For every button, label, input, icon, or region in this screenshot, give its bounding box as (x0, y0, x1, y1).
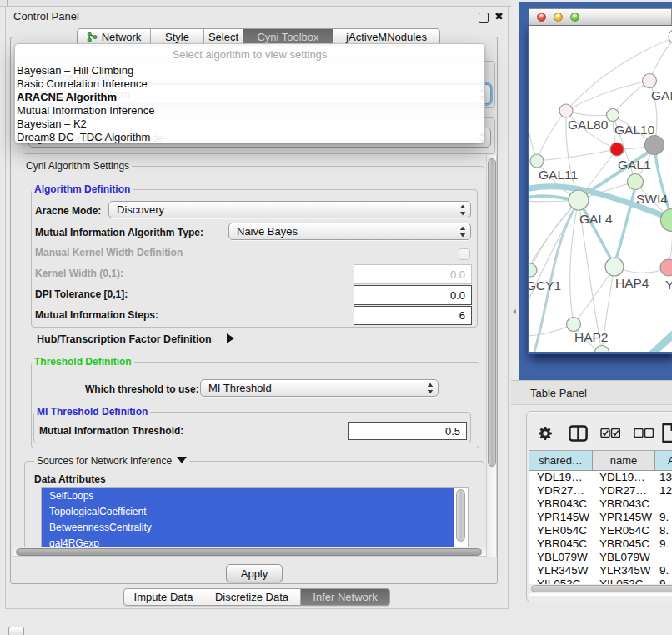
graph-node-gal1[interactable] (610, 142, 624, 156)
table-cell[interactable]: 13 (659, 471, 672, 484)
close-icon[interactable]: ✖ (494, 10, 504, 22)
table-cell[interactable]: YBR043C (599, 498, 649, 511)
column-header[interactable]: Avera… (655, 450, 672, 471)
table-horizontal-scrollbar[interactable] (529, 584, 672, 593)
graph-node-gal11[interactable] (530, 154, 544, 168)
which-threshold-combobox[interactable]: MI Threshold (200, 379, 439, 397)
threshold-definition-group: Threshold Definition Which threshold to … (31, 362, 479, 448)
dropdown-item[interactable]: Dream8 DC_TDC Algorithm (15, 130, 484, 143)
graph-node-label: HAP2 (574, 330, 609, 344)
scrollbar-thumb[interactable] (531, 585, 672, 592)
table-cell[interactable]: YBL079W (599, 551, 650, 564)
cyni-algorithm-settings-group: Cyni Algorithm Settings Algorithm Defini… (23, 166, 484, 547)
graph-node[interactable] (669, 29, 672, 44)
settings-horizontal-scrollbar[interactable] (13, 547, 494, 557)
column-header[interactable]: name (593, 450, 655, 471)
attribute-item[interactable]: BetweennessCentrality (42, 519, 454, 535)
apply-button[interactable]: Apply (226, 564, 283, 582)
scrollbar-thumb[interactable] (488, 158, 496, 467)
mi-threshold-field[interactable]: 0.5 (348, 422, 467, 440)
mi-algorithm-type-combobox[interactable]: Naive Bayes (228, 222, 471, 240)
table-cell[interactable]: 8. (659, 524, 669, 538)
dropdown-item[interactable]: Bayesian – Hill Climbing (15, 63, 484, 77)
mi-steps-field[interactable]: 6 (354, 306, 472, 325)
panel-splitter[interactable] (511, 0, 519, 635)
table-cell[interactable]: YBL079W (537, 551, 588, 564)
table-cell[interactable]: 9. (659, 564, 669, 578)
sources-title[interactable]: Sources for Network Inference (34, 456, 189, 467)
table-cell[interactable]: YDR27… (537, 484, 584, 498)
float-window-icon[interactable] (479, 12, 489, 22)
graph-node-y[interactable] (660, 259, 672, 276)
table-cell[interactable]: YBR045C (599, 538, 649, 551)
tab-infer-network[interactable]: Infer Network (301, 589, 389, 605)
mi-threshold-definition-title: MI Threshold Definition (34, 407, 150, 418)
dropdown-item[interactable]: Mutual Information Inference (15, 103, 484, 117)
table-cell[interactable]: YBR043C (537, 498, 587, 511)
table-cell[interactable]: YLR345W (599, 564, 651, 578)
tab-impute-data[interactable]: Impute Data (124, 589, 203, 605)
document-icon[interactable] (661, 422, 672, 443)
combo-arrows-icon (459, 204, 466, 215)
manual-kernel-width-checkbox[interactable] (459, 248, 470, 260)
graph-node[interactable] (628, 174, 644, 190)
table-cell[interactable]: YBR045C (537, 538, 587, 551)
scrollbar-thumb[interactable] (456, 489, 465, 542)
attribute-items: SelfLoopsTopologicalCoefficientBetweenne… (42, 488, 468, 547)
checked-boxes-icon[interactable] (600, 428, 620, 438)
hub-definition-label[interactable]: Hub/Transcription Factor Definition (37, 334, 212, 345)
graph-node[interactable] (595, 346, 609, 352)
graph-node-hap4[interactable] (605, 258, 624, 276)
attribute-item[interactable]: gal4RGexp (42, 535, 454, 547)
dropdown-item[interactable]: Basic Correlation Inference (15, 77, 484, 90)
network-window-titlebar[interactable] (529, 8, 672, 26)
settings-vertical-scrollbar[interactable] (486, 155, 497, 557)
zoom-traffic-light[interactable] (570, 12, 579, 22)
toolbar-bottom-edge (0, 0, 511, 7)
graph-node[interactable] (645, 136, 664, 155)
graph-node-gcy1[interactable] (529, 263, 537, 277)
column-header[interactable]: shared… (529, 450, 593, 471)
table-cell[interactable]: 12 (659, 484, 672, 498)
attribute-item[interactable]: SelfLoops (42, 488, 454, 503)
minimize-traffic-light[interactable] (554, 12, 563, 22)
kernel-width-field[interactable]: 0.0 (354, 264, 472, 284)
scrollbar-thumb[interactable] (16, 548, 482, 556)
graph-node-gal2[interactable] (643, 74, 657, 88)
graph-node-gal10[interactable] (607, 109, 619, 122)
table-cell[interactable]: YER054C (537, 524, 587, 538)
columns-icon[interactable] (569, 425, 588, 442)
which-threshold-value: MI Threshold (208, 382, 272, 394)
control-panel-title: Control Panel (13, 10, 79, 22)
table-cell[interactable]: YDL19… (599, 471, 645, 484)
unchecked-boxes-icon[interactable] (634, 428, 654, 438)
table-cell[interactable]: YPR145W (599, 511, 652, 524)
close-traffic-light[interactable] (537, 12, 546, 22)
panel-corner-button[interactable] (8, 627, 24, 635)
splitter-collapse-arrow[interactable] (513, 309, 516, 314)
aracne-mode-combobox[interactable]: Discovery (108, 201, 471, 218)
dropdown-item[interactable]: ARACNE Algorithm (15, 90, 484, 103)
attributes-list-vertical-scrollbar[interactable] (454, 488, 469, 547)
data-attributes-list[interactable]: SelfLoopsTopologicalCoefficientBetweenne… (41, 487, 469, 547)
collapsed-arrow-icon[interactable] (227, 333, 234, 343)
graph-node-gal80[interactable] (559, 104, 573, 118)
table-cell[interactable]: YDL19… (537, 471, 583, 484)
table-cell[interactable]: YLR345W (537, 564, 589, 578)
network-view-canvas[interactable]: GAL2GAL80GAL10GAL1GAL11SWI4GAL4GCY1HAP4Y… (529, 26, 672, 352)
table-cell[interactable]: YER054C (599, 524, 649, 538)
graph-node-hap2[interactable] (567, 318, 581, 332)
table-cell[interactable]: YPR145W (537, 511, 589, 524)
dpi-tolerance-field[interactable]: 0.0 (354, 285, 472, 305)
node-table: shared…nameAvera… YDL19…YDL19…13YDR27…YD… (529, 450, 672, 589)
attribute-item[interactable]: TopologicalCoefficient (42, 503, 454, 519)
table-cell[interactable]: 9. (659, 511, 669, 524)
graph-node-gal4[interactable] (569, 190, 589, 210)
table-cell[interactable]: 9. (659, 538, 669, 551)
toolbar-separator (7, 0, 8, 6)
dropdown-item[interactable]: Bayesian – K2 (15, 117, 484, 130)
table-cell[interactable]: YDR27… (599, 484, 647, 498)
tab-label: Infer Network (313, 591, 377, 603)
tab-discretize-data[interactable]: Discretize Data (203, 589, 301, 605)
gear-icon[interactable] (538, 426, 553, 441)
